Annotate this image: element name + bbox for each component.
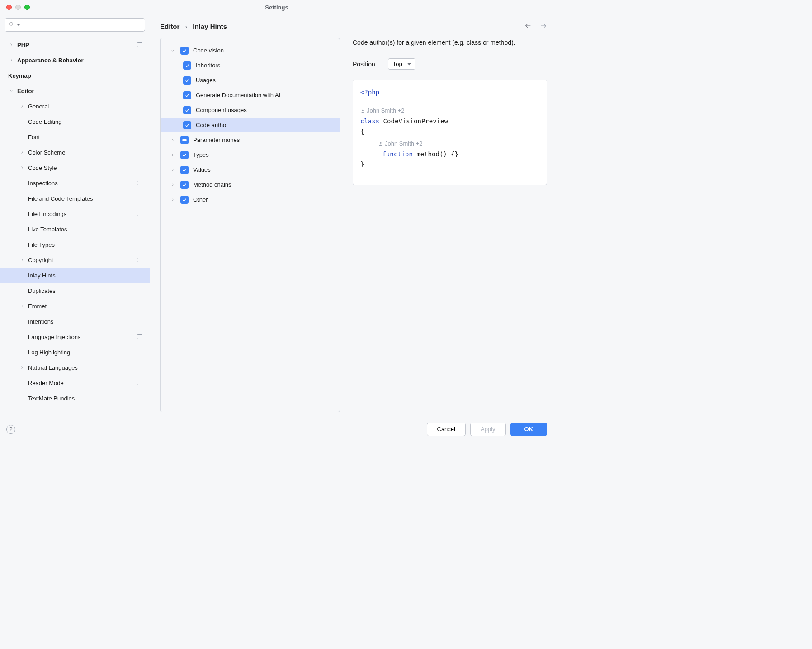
sidebar-item-label: PHP xyxy=(17,42,29,48)
sidebar-item-label: Appearance & Behavior xyxy=(17,57,84,64)
sidebar-item[interactable]: Editor xyxy=(0,83,150,99)
nav-arrow-group xyxy=(524,22,547,31)
checkbox-checked[interactable] xyxy=(180,47,189,55)
back-arrow-icon[interactable] xyxy=(524,22,532,31)
hint-tree-item[interactable]: Parameter names xyxy=(161,132,340,147)
apply-button[interactable]: Apply xyxy=(470,423,506,436)
chevron-right-icon[interactable] xyxy=(19,103,25,109)
breadcrumb-parent: Editor xyxy=(160,23,179,30)
chevron-down-icon[interactable] xyxy=(8,88,14,94)
sidebar-item[interactable]: Emmet xyxy=(0,298,150,314)
sidebar-item[interactable]: Log Highlighting xyxy=(0,344,150,360)
hint-tree-label: Code author xyxy=(196,122,228,128)
chevron-right-icon[interactable] xyxy=(170,182,176,188)
hint-tree-item[interactable]: Generate Documentation with AI xyxy=(161,88,340,103)
checkbox-checked[interactable] xyxy=(180,166,189,174)
project-scope-icon xyxy=(137,212,142,216)
chevron-down-icon[interactable] xyxy=(170,47,176,54)
sidebar-item[interactable]: TextMate Bundles xyxy=(0,390,150,406)
checkbox-checked[interactable] xyxy=(183,121,191,129)
inlay-hints-tree[interactable]: Code visionInheritorsUsagesGenerate Docu… xyxy=(160,38,340,412)
code-author-hint: John Smith +2 xyxy=(360,139,422,149)
sidebar-item[interactable]: File Encodings xyxy=(0,206,150,221)
position-combobox[interactable]: Top xyxy=(388,58,415,70)
checkbox-checked[interactable] xyxy=(180,196,189,204)
cancel-button[interactable]: Cancel xyxy=(427,423,466,436)
checkbox-checked[interactable] xyxy=(180,181,189,189)
chevron-right-icon[interactable] xyxy=(170,167,176,173)
brace-open: { xyxy=(360,128,364,135)
function-keyword: function xyxy=(382,150,412,158)
project-scope-icon xyxy=(137,181,142,185)
position-select[interactable]: Top xyxy=(388,58,415,70)
sidebar-item-label: Emmet xyxy=(28,303,47,310)
titlebar: Settings xyxy=(0,0,553,14)
chevron-right-icon[interactable] xyxy=(19,364,25,371)
sidebar-item[interactable]: Language Injections xyxy=(0,329,150,344)
sidebar-item[interactable]: Code Style xyxy=(0,160,150,175)
hint-tree-label: Values xyxy=(193,166,211,173)
brace-close: } xyxy=(360,160,364,168)
search-box[interactable] xyxy=(5,18,145,32)
checkbox-checked[interactable] xyxy=(183,76,191,85)
sidebar-item-label: Natural Languages xyxy=(28,364,78,371)
checkbox-checked[interactable] xyxy=(183,91,191,99)
settings-tree[interactable]: PHPAppearance & BehaviorKeymapEditorGene… xyxy=(0,35,150,416)
chevron-right-icon[interactable] xyxy=(19,303,25,309)
hint-tree-item[interactable]: Types xyxy=(161,147,340,162)
sidebar-item-label: Copyright xyxy=(28,257,53,263)
hint-tree-item[interactable]: Values xyxy=(161,162,340,177)
chevron-right-icon[interactable] xyxy=(170,152,176,158)
sidebar-item[interactable]: Live Templates xyxy=(0,221,150,237)
sidebar-item-label: Color Scheme xyxy=(28,149,65,156)
sidebar-item-label: Language Injections xyxy=(28,334,80,340)
sidebar-item[interactable]: Appearance & Behavior xyxy=(0,52,150,68)
sidebar-item-label: File Encodings xyxy=(28,211,66,217)
hint-tree-item[interactable]: Code vision xyxy=(161,43,340,58)
hint-tree-label: Usages xyxy=(196,77,216,84)
ok-button[interactable]: OK xyxy=(510,423,548,436)
checkbox-checked[interactable] xyxy=(180,151,189,159)
hint-tree-item[interactable]: Component usages xyxy=(161,103,340,118)
svg-point-0 xyxy=(9,22,13,25)
forward-arrow-icon xyxy=(540,22,547,31)
search-options-icon[interactable] xyxy=(17,24,20,26)
hint-tree-item[interactable]: Other xyxy=(161,192,340,207)
sidebar-item[interactable]: Inlay Hints xyxy=(0,268,150,283)
checkbox-checked[interactable] xyxy=(183,61,191,70)
sidebar-item[interactable]: File and Code Templates xyxy=(0,191,150,206)
sidebar-item[interactable]: Reader Mode xyxy=(0,375,150,390)
chevron-right-icon[interactable] xyxy=(8,42,14,48)
sidebar-item[interactable]: Copyright xyxy=(0,252,150,268)
help-icon[interactable]: ? xyxy=(6,425,15,434)
hint-tree-item[interactable]: Inheritors xyxy=(161,58,340,73)
sidebar-item[interactable]: Code Editing xyxy=(0,114,150,129)
chevron-right-icon[interactable] xyxy=(170,197,176,203)
chevron-right-icon[interactable] xyxy=(8,57,14,63)
search-input[interactable] xyxy=(23,22,141,28)
hint-tree-item[interactable]: Method chains xyxy=(161,177,340,192)
class-name: CodeVisionPreview xyxy=(383,118,448,125)
sidebar-item-label: Inspections xyxy=(28,180,58,187)
chevron-right-icon[interactable] xyxy=(19,257,25,263)
hint-tree-item[interactable]: Code author xyxy=(161,118,340,132)
chevron-right-icon[interactable] xyxy=(19,165,25,171)
sidebar-item[interactable]: File Types xyxy=(0,237,150,252)
sidebar-item[interactable]: PHP xyxy=(0,37,150,52)
hint-tree-item[interactable]: Usages xyxy=(161,73,340,88)
sidebar-item[interactable]: Font xyxy=(0,129,150,145)
breadcrumb: Editor › Inlay Hints xyxy=(160,23,227,30)
sidebar-item[interactable]: Intentions xyxy=(0,314,150,329)
sidebar-item[interactable]: Natural Languages xyxy=(0,360,150,375)
checkbox-checked[interactable] xyxy=(183,106,191,114)
sidebar-item[interactable]: Inspections xyxy=(0,175,150,191)
chevron-right-icon[interactable] xyxy=(19,149,25,155)
sidebar-item[interactable]: Color Scheme xyxy=(0,145,150,160)
sidebar-item[interactable]: Keymap xyxy=(0,68,150,83)
checkbox-indeterminate[interactable] xyxy=(180,136,189,144)
sidebar-item[interactable]: General xyxy=(0,99,150,114)
svg-point-5 xyxy=(380,142,381,144)
hint-tree-label: Types xyxy=(193,151,209,158)
chevron-right-icon[interactable] xyxy=(170,137,176,143)
sidebar-item[interactable]: Duplicates xyxy=(0,283,150,298)
